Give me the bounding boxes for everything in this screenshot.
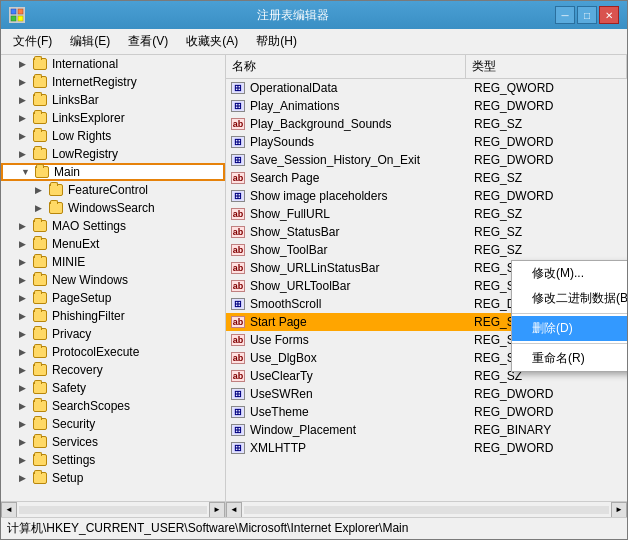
tree-item-services[interactable]: ▶Services <box>1 433 225 451</box>
tree-expand-icon[interactable]: ▶ <box>19 149 33 159</box>
reg-multi-icon: ⊞ <box>230 296 246 312</box>
list-row[interactable]: ⊞ Window_Placement REG_BINARY <box>226 421 627 439</box>
svg-rect-1 <box>18 9 23 14</box>
context-menu-item-modify-binary[interactable]: 修改二进制数据(B)... <box>512 286 627 311</box>
reg-multi-icon: ⊞ <box>230 80 246 96</box>
tree-expand-icon[interactable]: ▶ <box>35 203 49 213</box>
tree-item-label: Safety <box>52 381 86 395</box>
menu-file[interactable]: 文件(F) <box>5 31 60 52</box>
tree-item-phishingfilter[interactable]: ▶PhishingFilter <box>1 307 225 325</box>
folder-icon <box>33 454 47 466</box>
tree-expand-icon[interactable]: ▶ <box>19 239 33 249</box>
list-row[interactable]: ab Show_ToolBar REG_SZ <box>226 241 627 259</box>
tree-expand-icon[interactable]: ▶ <box>19 437 33 447</box>
tree-expand-icon[interactable]: ▶ <box>19 113 33 123</box>
list-row-name: Show image placeholders <box>250 189 474 203</box>
tree-item-linksexplorer[interactable]: ▶LinksExplorer <box>1 109 225 127</box>
list-row[interactable]: ab Show_StatusBar REG_SZ <box>226 223 627 241</box>
list-row[interactable]: ⊞ UseSWRen REG_DWORD <box>226 385 627 403</box>
tree-item-label: InternetRegistry <box>52 75 137 89</box>
list-row[interactable]: ⊞ XMLHTTP REG_DWORD <box>226 439 627 457</box>
tree-item-menuext[interactable]: ▶MenuExt <box>1 235 225 253</box>
tree-item-label: MAO Settings <box>52 219 126 233</box>
tree-item-windowssearch[interactable]: ▶WindowsSearch <box>1 199 225 217</box>
tree-item-safety[interactable]: ▶Safety <box>1 379 225 397</box>
tree-expand-icon[interactable]: ▶ <box>19 455 33 465</box>
context-menu-item-rename[interactable]: 重命名(R) <box>512 346 627 371</box>
tree-expand-icon[interactable]: ▶ <box>19 347 33 357</box>
list-row[interactable]: ab Show_FullURL REG_SZ <box>226 205 627 223</box>
tree-hscroll[interactable]: ◄ ► <box>1 502 226 517</box>
tree-item-linksbar[interactable]: ▶LinksBar <box>1 91 225 109</box>
list-row[interactable]: ⊞ Play_Animations REG_DWORD <box>226 97 627 115</box>
minimize-button[interactable]: ─ <box>555 6 575 24</box>
tree-item-international[interactable]: ▶International <box>1 55 225 73</box>
maximize-button[interactable]: □ <box>577 6 597 24</box>
list-hscroll-left-btn[interactable]: ◄ <box>226 502 242 518</box>
tree-item-label: Security <box>52 417 95 431</box>
list-row-type: REG_SZ <box>474 117 623 131</box>
list-row[interactable]: ⊞ Save_Session_History_On_Exit REG_DWORD <box>226 151 627 169</box>
list-hscroll-right-btn[interactable]: ► <box>611 502 627 518</box>
tree-expand-icon[interactable]: ▼ <box>21 167 35 177</box>
tree-expand-icon[interactable]: ▶ <box>19 383 33 393</box>
tree-expand-icon[interactable]: ▶ <box>19 221 33 231</box>
tree-expand-icon[interactable]: ▶ <box>19 401 33 411</box>
tree-item-security[interactable]: ▶Security <box>1 415 225 433</box>
tree-item-protocolexecute[interactable]: ▶ProtocolExecute <box>1 343 225 361</box>
tree-expand-icon[interactable]: ▶ <box>19 419 33 429</box>
list-row-name: Show_FullURL <box>250 207 474 221</box>
reg-multi-icon: ⊞ <box>230 152 246 168</box>
reg-multi-icon: ⊞ <box>230 134 246 150</box>
tree-item-recovery[interactable]: ▶Recovery <box>1 361 225 379</box>
list-row[interactable]: ⊞ PlaySounds REG_DWORD <box>226 133 627 151</box>
header-type: 类型 <box>466 55 627 78</box>
svg-rect-3 <box>18 16 23 21</box>
tree-item-settings[interactable]: ▶Settings <box>1 451 225 469</box>
tree-expand-icon[interactable]: ▶ <box>19 311 33 321</box>
tree-expand-icon[interactable]: ▶ <box>19 257 33 267</box>
list-row[interactable]: ⊞ Show image placeholders REG_DWORD <box>226 187 627 205</box>
tree-item-newwindows[interactable]: ▶New Windows <box>1 271 225 289</box>
tree-item-main[interactable]: ▼Main <box>1 163 225 181</box>
tree-expand-icon[interactable]: ▶ <box>19 275 33 285</box>
tree-scroll[interactable]: ▶International▶InternetRegistry▶LinksBar… <box>1 55 225 501</box>
tree-expand-icon[interactable]: ▶ <box>19 95 33 105</box>
list-row[interactable]: ab Search Page REG_SZ <box>226 169 627 187</box>
tree-expand-icon[interactable]: ▶ <box>19 473 33 483</box>
hscroll-left-btn[interactable]: ◄ <box>1 502 17 518</box>
tree-expand-icon[interactable]: ▶ <box>19 365 33 375</box>
menu-bar: 文件(F) 编辑(E) 查看(V) 收藏夹(A) 帮助(H) <box>1 29 627 55</box>
context-menu-item-modify[interactable]: 修改(M)... <box>512 261 627 286</box>
close-button[interactable]: ✕ <box>599 6 619 24</box>
menu-edit[interactable]: 编辑(E) <box>62 31 118 52</box>
tree-expand-icon[interactable]: ▶ <box>19 59 33 69</box>
tree-item-setup[interactable]: ▶Setup <box>1 469 225 487</box>
menu-help[interactable]: 帮助(H) <box>248 31 305 52</box>
tree-item-featurecontrol[interactable]: ▶FeatureControl <box>1 181 225 199</box>
list-hscroll[interactable]: ◄ ► <box>226 502 627 517</box>
list-row-name: Save_Session_History_On_Exit <box>250 153 474 167</box>
tree-expand-icon[interactable]: ▶ <box>19 131 33 141</box>
tree-expand-icon[interactable]: ▶ <box>19 77 33 87</box>
tree-item-privacy[interactable]: ▶Privacy <box>1 325 225 343</box>
context-menu-item-delete[interactable]: 删除(D) <box>512 316 627 341</box>
tree-item-internetregistry[interactable]: ▶InternetRegistry <box>1 73 225 91</box>
tree-item-pagesetup[interactable]: ▶PageSetup <box>1 289 225 307</box>
tree-item-lowrights[interactable]: ▶Low Rights <box>1 127 225 145</box>
tree-item-minie[interactable]: ▶MINIE <box>1 253 225 271</box>
tree-item-lowregistry[interactable]: ▶LowRegistry <box>1 145 225 163</box>
menu-favorites[interactable]: 收藏夹(A) <box>178 31 246 52</box>
tree-item-maosettings[interactable]: ▶MAO Settings <box>1 217 225 235</box>
list-row-name: Play_Animations <box>250 99 474 113</box>
tree-expand-icon[interactable]: ▶ <box>19 293 33 303</box>
list-row[interactable]: ab Play_Background_Sounds REG_SZ <box>226 115 627 133</box>
list-row[interactable]: ⊞ UseTheme REG_DWORD <box>226 403 627 421</box>
menu-view[interactable]: 查看(V) <box>120 31 176 52</box>
tree-expand-icon[interactable]: ▶ <box>19 329 33 339</box>
hscroll-right-btn[interactable]: ► <box>209 502 225 518</box>
tree-expand-icon[interactable]: ▶ <box>35 185 49 195</box>
list-row[interactable]: ⊞ OperationalData REG_QWORD <box>226 79 627 97</box>
reg-multi-icon: ⊞ <box>230 188 246 204</box>
tree-item-searchscopes[interactable]: ▶SearchScopes <box>1 397 225 415</box>
